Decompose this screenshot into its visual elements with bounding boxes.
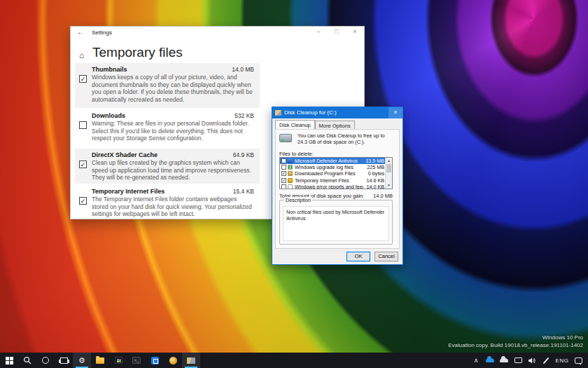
- item-name: Microsoft Defender Antivirus: [295, 158, 363, 164]
- section-description: Warning: These are files in your persona…: [92, 120, 254, 142]
- item-checkbox[interactable]: [281, 158, 286, 163]
- task-view-icon: [60, 357, 68, 364]
- section-size: 15.4 KB: [233, 188, 254, 195]
- volume-tray-button[interactable]: [525, 353, 539, 368]
- microsoft-store-button[interactable]: [109, 353, 127, 368]
- item-checkbox[interactable]: [281, 171, 286, 176]
- section-size: 14.0 MB: [232, 66, 254, 73]
- item-name: Downloaded Program Files: [295, 170, 363, 177]
- shield-icon: [288, 158, 293, 163]
- gold-app-icon: [169, 357, 177, 364]
- temp-internet-checkbox[interactable]: [79, 197, 87, 205]
- item-name: Windows error reports and feedback d...: [295, 184, 363, 189]
- item-checkbox[interactable]: [281, 178, 286, 183]
- gear-icon: ⚙: [78, 357, 85, 364]
- section-title: Downloads: [92, 112, 125, 119]
- section-title: DirectX Shader Cache: [92, 151, 158, 158]
- item-name: Temporary Internet Files: [295, 177, 363, 184]
- item-size: 13.5 MB: [363, 158, 386, 164]
- home-icon: ⌂: [79, 50, 84, 60]
- disk-cleanup-app-icon: [275, 110, 281, 116]
- list-item-upgrade-logs[interactable]: Windows upgrade log files 225 MB: [280, 164, 386, 170]
- page-title: Temporary files: [92, 45, 183, 60]
- folder-icon: [96, 357, 104, 364]
- cloud-tray-button[interactable]: [497, 353, 511, 368]
- list-item-error-reports[interactable]: Windows error reports and feedback d... …: [280, 184, 386, 189]
- document-icon: [288, 184, 293, 189]
- file-explorer-button[interactable]: [91, 353, 109, 368]
- scrollbar-thumb[interactable]: [386, 164, 391, 172]
- action-center-icon: [575, 357, 582, 364]
- section-size: 532 KB: [234, 112, 254, 119]
- description-text: Non critical files used by Microsoft Def…: [286, 209, 386, 222]
- settings-titlebar: ← Settings – □ ×: [71, 27, 364, 39]
- search-button[interactable]: [18, 353, 36, 368]
- section-description: The Temporary Internet Files folder cont…: [92, 196, 254, 218]
- pinned-app-blue-button[interactable]: [146, 353, 164, 368]
- settings-window-title: Settings: [92, 29, 112, 36]
- scroll-down-icon[interactable]: ▼: [386, 182, 392, 189]
- pen-tray-button[interactable]: [539, 353, 553, 368]
- list-item-defender[interactable]: Microsoft Defender Antivirus 13.5 MB: [280, 158, 386, 164]
- disk-cleanup-taskbar-button[interactable]: [182, 353, 200, 368]
- cancel-button[interactable]: Cancel: [374, 252, 398, 261]
- tray-expand-button[interactable]: ∧: [469, 353, 483, 368]
- maximize-button[interactable]: □: [328, 27, 346, 38]
- disk-cleanup-title: Disk Cleanup for (C:): [284, 109, 337, 116]
- blue-app-icon: [151, 357, 159, 364]
- search-icon: [23, 356, 31, 364]
- desktop-wallpaper: ← Settings – □ × ⌂ Temporary files Thumb…: [0, 0, 588, 368]
- list-item-temp-internet-files[interactable]: Temporary Internet Files 14.6 KB: [280, 177, 386, 184]
- pinned-app-gold-button[interactable]: [164, 353, 182, 368]
- windows-logo-icon: [6, 357, 13, 364]
- description-label: Description: [284, 197, 312, 203]
- downloads-checkbox[interactable]: [79, 121, 87, 129]
- disk-cleanup-titlebar: Disk Cleanup for (C:) ×: [272, 107, 402, 118]
- scroll-up-icon[interactable]: ▲: [386, 158, 392, 164]
- start-button[interactable]: [0, 353, 18, 368]
- language-tray-button[interactable]: ENG: [553, 353, 571, 368]
- close-button[interactable]: ×: [346, 27, 364, 38]
- section-title: Temporary Internet Files: [92, 188, 164, 195]
- watermark-edition: Windows 10 Pro: [448, 334, 583, 341]
- section-temporary-internet-files: Temporary Internet Files 15.4 KB The Tem…: [75, 185, 260, 219]
- cleanup-intro-text: You can use Disk Cleanup to free up to 2…: [298, 132, 394, 145]
- cortana-button[interactable]: [36, 353, 55, 368]
- speaker-icon: [528, 357, 536, 364]
- close-icon[interactable]: ×: [388, 107, 402, 118]
- list-item-downloaded-program-files[interactable]: Downloaded Program Files 0 bytes: [280, 170, 386, 177]
- settings-taskbar-button[interactable]: ⚙: [73, 353, 91, 368]
- network-tray-button[interactable]: [511, 353, 525, 368]
- item-checkbox[interactable]: [281, 165, 286, 170]
- item-size: 14.6 KB: [363, 177, 386, 184]
- onedrive-cloud-icon: [486, 358, 494, 362]
- list-scrollbar[interactable]: ▲ ▼: [385, 158, 392, 189]
- item-size: 14.0 KB: [363, 184, 386, 189]
- disk-cleanup-dialog: Disk Cleanup for (C:) × Disk Cleanup Mor…: [272, 107, 403, 265]
- section-size: 64.9 KB: [233, 151, 254, 158]
- watermark-build: Evaluation copy. Build 19018.vb_release.…: [448, 341, 583, 349]
- ok-button[interactable]: OK: [346, 252, 370, 261]
- back-icon[interactable]: ←: [77, 28, 84, 36]
- disk-cleanup-icon: [187, 357, 195, 364]
- onedrive-tray-button[interactable]: [483, 353, 497, 368]
- files-to-delete-label: Files to delete:: [279, 151, 314, 157]
- language-label: ENG: [556, 357, 569, 364]
- pen-icon: [543, 357, 550, 364]
- minimize-button[interactable]: –: [309, 27, 328, 38]
- directx-checkbox[interactable]: [79, 161, 87, 168]
- section-thumbnails: Thumbnails 14.0 MB Windows keeps a copy …: [75, 63, 260, 108]
- command-prompt-button[interactable]: >_: [127, 353, 146, 368]
- thumbnails-checkbox[interactable]: [79, 75, 87, 83]
- item-checkbox[interactable]: [281, 184, 286, 189]
- item-size: 0 bytes: [363, 170, 386, 177]
- action-center-button[interactable]: [571, 353, 585, 368]
- section-description: Windows keeps a copy of all of your pict…: [92, 74, 254, 103]
- total-gain-value: 14.0 MB: [373, 193, 393, 199]
- section-title: Thumbnails: [92, 66, 127, 73]
- lock-icon: [288, 178, 293, 183]
- item-size: 225 MB: [363, 164, 386, 170]
- program-files-icon: [288, 171, 293, 176]
- evaluation-watermark: Windows 10 Pro Evaluation copy. Build 19…: [448, 334, 583, 349]
- task-view-button[interactable]: [55, 353, 73, 368]
